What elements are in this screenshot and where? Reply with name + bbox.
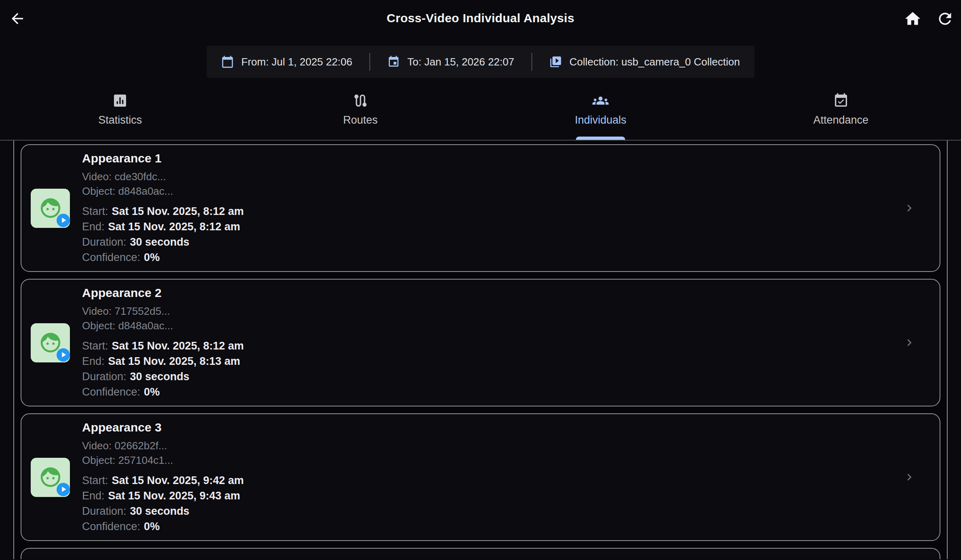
play-badge bbox=[57, 348, 70, 362]
route-icon bbox=[352, 93, 369, 109]
video-id: Video: 02662b2f... bbox=[82, 438, 902, 453]
avatar[interactable] bbox=[31, 189, 70, 228]
duration-line: Duration:30 seconds bbox=[82, 369, 902, 384]
confidence-line: Confidence:0% bbox=[82, 384, 902, 400]
filter-divider bbox=[531, 53, 532, 71]
back-button[interactable] bbox=[8, 9, 27, 28]
home-button[interactable] bbox=[903, 9, 922, 28]
filter-from[interactable]: From: Jul 1, 2025 22:06 bbox=[221, 55, 352, 68]
bar-chart-icon bbox=[112, 93, 128, 109]
refresh-icon bbox=[936, 10, 954, 28]
tab-individuals[interactable]: Individuals bbox=[480, 87, 721, 140]
filter-to[interactable]: To: Jan 15, 2026 22:07 bbox=[387, 55, 514, 68]
refresh-button[interactable] bbox=[935, 9, 955, 28]
object-id: Object: 257104c1... bbox=[82, 453, 902, 467]
filter-from-label: From: Jul 1, 2025 22:06 bbox=[241, 56, 352, 68]
play-badge bbox=[57, 483, 70, 496]
tab-label: Statistics bbox=[98, 114, 142, 126]
calendar-icon bbox=[221, 55, 234, 68]
page-title: Cross-Video Individual Analysis bbox=[0, 11, 961, 25]
tab-statistics[interactable]: Statistics bbox=[0, 87, 240, 140]
appearance-card-partial[interactable] bbox=[21, 548, 940, 559]
card-text: Appearance 1 Video: cde30fdc... Object: … bbox=[82, 152, 902, 265]
filter-collection[interactable]: Collection: usb_camera_0 Collection bbox=[549, 55, 740, 68]
card-title: Appearance 3 bbox=[82, 421, 902, 434]
avatar[interactable] bbox=[31, 323, 70, 362]
end-line: End:Sat 15 Nov. 2025, 9:43 am bbox=[82, 488, 902, 503]
tab-bar: Statistics Routes Individuals Attendance bbox=[0, 87, 961, 141]
card-text: Appearance 3 Video: 02662b2f... Object: … bbox=[82, 421, 902, 534]
confidence-line: Confidence:0% bbox=[82, 519, 902, 534]
end-line: End:Sat 15 Nov. 2025, 8:12 am bbox=[82, 219, 902, 234]
active-tab-indicator bbox=[576, 137, 625, 140]
detail-group: Start:Sat 15 Nov. 2025, 8:12 am End:Sat … bbox=[82, 338, 902, 400]
card-text: Appearance 2 Video: 717552d5... Object: … bbox=[82, 286, 902, 400]
appearance-card-1[interactable]: Appearance 1 Video: cde30fdc... Object: … bbox=[21, 144, 940, 272]
people-icon bbox=[592, 93, 609, 109]
header-actions bbox=[903, 9, 955, 28]
confidence-line: Confidence:0% bbox=[82, 250, 902, 265]
avatar[interactable] bbox=[31, 458, 70, 497]
tab-label: Attendance bbox=[813, 114, 868, 126]
end-line: End:Sat 15 Nov. 2025, 8:13 am bbox=[82, 354, 902, 369]
chevron-right-icon bbox=[902, 201, 916, 215]
object-id: Object: d848a0ac... bbox=[82, 318, 902, 333]
detail-group: Start:Sat 15 Nov. 2025, 9:42 am End:Sat … bbox=[82, 473, 902, 534]
arrow-left-icon bbox=[9, 10, 26, 27]
card-title: Appearance 2 bbox=[82, 286, 902, 300]
detail-group: Start:Sat 15 Nov. 2025, 8:12 am End:Sat … bbox=[82, 204, 902, 265]
appearance-card-2[interactable]: Appearance 2 Video: 717552d5... Object: … bbox=[21, 279, 940, 406]
chevron-right-icon bbox=[902, 336, 916, 349]
object-id: Object: d848a0ac... bbox=[82, 184, 902, 198]
card-title: Appearance 1 bbox=[82, 152, 902, 165]
tab-label: Routes bbox=[343, 114, 378, 126]
video-id: Video: cde30fdc... bbox=[82, 169, 902, 184]
start-line: Start:Sat 15 Nov. 2025, 8:12 am bbox=[82, 204, 902, 219]
home-icon bbox=[904, 10, 922, 28]
tab-label: Individuals bbox=[575, 114, 626, 126]
play-icon bbox=[59, 485, 68, 494]
video-library-icon bbox=[549, 55, 562, 68]
calendar-check-icon bbox=[833, 93, 849, 109]
chevron-right-icon bbox=[902, 470, 916, 484]
play-icon bbox=[59, 216, 68, 225]
filter-to-label: To: Jan 15, 2026 22:07 bbox=[407, 56, 514, 68]
top-app-bar: Cross-Video Individual Analysis bbox=[0, 0, 961, 36]
start-line: Start:Sat 15 Nov. 2025, 8:12 am bbox=[82, 338, 902, 354]
appearance-list[interactable]: Appearance 1 Video: cde30fdc... Object: … bbox=[13, 141, 948, 559]
filter-collection-label: Collection: usb_camera_0 Collection bbox=[569, 56, 740, 68]
tab-routes[interactable]: Routes bbox=[240, 87, 481, 140]
duration-line: Duration:30 seconds bbox=[82, 503, 902, 519]
calendar-event-icon bbox=[387, 55, 400, 68]
tab-attendance[interactable]: Attendance bbox=[721, 87, 961, 140]
duration-line: Duration:30 seconds bbox=[82, 234, 902, 250]
appearance-card-3[interactable]: Appearance 3 Video: 02662b2f... Object: … bbox=[21, 413, 940, 541]
play-icon bbox=[59, 350, 68, 359]
start-line: Start:Sat 15 Nov. 2025, 9:42 am bbox=[82, 473, 902, 488]
filter-bar: From: Jul 1, 2025 22:06 To: Jan 15, 2026… bbox=[207, 46, 754, 78]
video-id: Video: 717552d5... bbox=[82, 304, 902, 318]
filter-divider bbox=[369, 53, 370, 71]
play-badge bbox=[57, 214, 70, 227]
